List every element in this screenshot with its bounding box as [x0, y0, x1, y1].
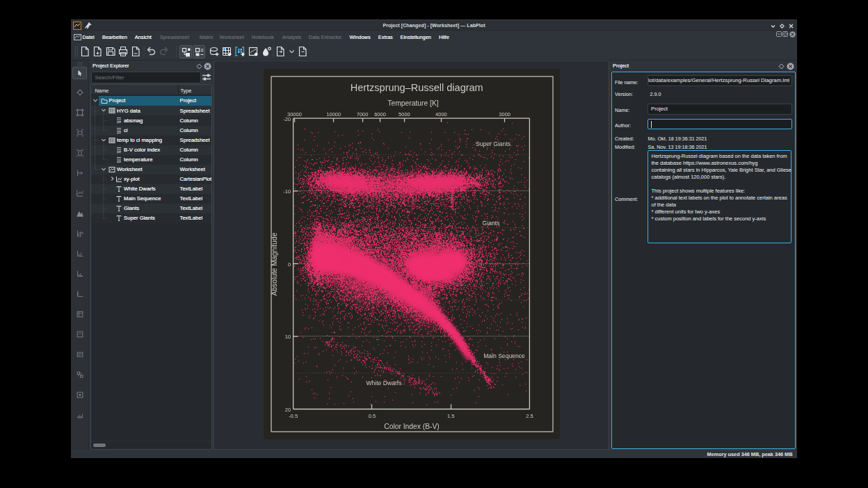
svg-text:0: 0: [288, 261, 291, 268]
svg-text:3000: 3000: [499, 111, 511, 117]
svg-text:2.5: 2.5: [526, 413, 533, 419]
svg-text:6000: 6000: [374, 111, 386, 117]
svg-text:10000: 10000: [326, 111, 341, 117]
svg-text:Giants: Giants: [483, 220, 500, 227]
svg-text:0.5: 0.5: [369, 413, 376, 419]
svg-text:White Dwarfs: White Dwarfs: [366, 380, 401, 387]
svg-text:-20: -20: [283, 116, 291, 122]
svg-text:10: 10: [285, 334, 291, 340]
svg-text:4000: 4000: [435, 111, 447, 117]
svg-text:Temperature [K]: Temperature [K]: [387, 99, 438, 107]
svg-text:Absolute Magnitude: Absolute Magnitude: [271, 232, 278, 295]
svg-text:1.5: 1.5: [447, 413, 454, 419]
svg-text:Color Index (B-V): Color Index (B-V): [384, 423, 440, 430]
svg-text:5000: 5000: [399, 111, 410, 117]
svg-text:Hertzsprung–Russell diagram: Hertzsprung–Russell diagram: [351, 82, 483, 93]
svg-text:Main Sequence: Main Sequence: [483, 352, 525, 359]
svg-text:-0.5: -0.5: [289, 413, 298, 419]
svg-text:-10: -10: [283, 188, 291, 195]
svg-text:Super Giants: Super Giants: [476, 140, 511, 147]
svg-text:7000: 7000: [357, 111, 369, 117]
svg-text:20: 20: [285, 407, 291, 413]
